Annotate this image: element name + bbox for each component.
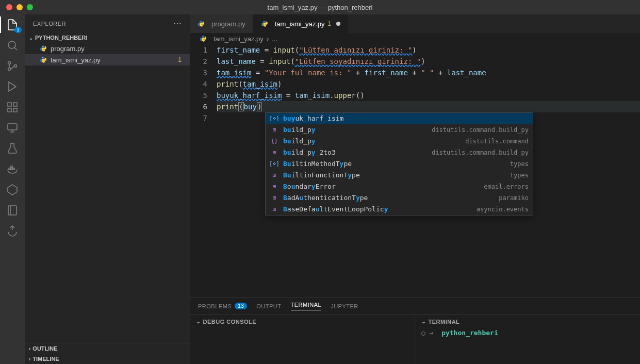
file-item[interactable]: program.py — [25, 43, 190, 54]
explorer-badge: 1 — [14, 27, 22, 33]
testing-icon[interactable] — [6, 142, 19, 155]
suggestion-kind-icon: ⊞ — [270, 125, 279, 135]
explorer-icon[interactable]: 1 — [6, 19, 19, 31]
maximize-window[interactable] — [27, 4, 33, 10]
more-actions-icon[interactable]: ⋯ — [173, 19, 182, 28]
python-file-icon — [197, 20, 205, 28]
code-lines[interactable]: first_name = input("Lütfen adınızı girin… — [217, 44, 640, 297]
suggestion-label: BadAuthenticationType — [283, 192, 368, 204]
terminal-pane[interactable]: ⌄TERMINAL ○ → python_rehberi — [415, 315, 640, 364]
remote-icon[interactable] — [6, 122, 19, 134]
window-controls — [6, 4, 33, 10]
minimize-window[interactable] — [17, 4, 23, 10]
svg-point-3 — [14, 65, 17, 68]
problems-tab[interactable]: PROBLEMS13 — [198, 302, 247, 310]
intellisense-item[interactable]: ⊞build_pydistutils.command.build_py — [266, 124, 533, 136]
python-file-icon — [39, 44, 47, 53]
svg-marker-13 — [8, 185, 17, 195]
breadcrumb[interactable]: tam_ismi_yaz.py › ... — [190, 33, 640, 44]
suggestion-kind-icon: ⊞ — [270, 171, 279, 180]
python-file-icon — [260, 20, 269, 28]
intellisense-item[interactable]: ⊞BuiltinFunctionTypetypes — [266, 170, 533, 181]
suggestion-label: build_py_2to3 — [283, 147, 336, 158]
breadcrumb-rest: ... — [272, 35, 277, 43]
intellisense-item[interactable]: [⋄]BuiltinMethodTypetypes — [266, 158, 533, 170]
svg-point-17 — [42, 57, 43, 58]
extensions-icon[interactable] — [6, 101, 19, 113]
jupyter-tab[interactable]: JUPYTER — [331, 302, 358, 310]
outline-section[interactable]: ›OUTLINE — [25, 343, 190, 354]
svg-rect-9 — [9, 168, 10, 170]
project-section[interactable]: ⌄PYTHON_REHBERI — [25, 32, 190, 43]
file-badge: 1 — [178, 56, 186, 63]
svg-point-2 — [8, 68, 11, 71]
titlebar: tam_ismi_yaz.py — python_rehberi — [0, 0, 640, 14]
suggestion-detail: types — [510, 158, 529, 170]
svg-rect-12 — [11, 166, 12, 168]
intellisense-item[interactable]: ⊞build_py_2to3distutils.command.build_py — [266, 147, 533, 158]
python-file-icon — [39, 56, 47, 64]
output-tab[interactable]: OUTPUT — [256, 302, 281, 310]
suggestion-label: BaseDefaultEventLoopPolicy — [283, 204, 388, 215]
intellisense-item[interactable]: ⊞BaseDefaultEventLoopPolicyasyncio.event… — [266, 204, 533, 215]
suggestion-kind-icon: [⋄] — [270, 114, 279, 123]
svg-rect-14 — [8, 206, 17, 215]
intellisense-item[interactable]: ⊞BadAuthenticationTypeparamiko — [266, 192, 533, 204]
intellisense-item[interactable]: [⋄]buyuk_harf_isim — [266, 113, 533, 124]
editor-tab[interactable]: program.py — [190, 14, 253, 33]
run-debug-icon[interactable] — [6, 80, 19, 93]
svg-point-18 — [44, 62, 44, 62]
search-icon[interactable] — [6, 39, 19, 52]
source-control-icon[interactable] — [6, 60, 19, 72]
intellisense-popup[interactable]: [⋄]buyuk_harf_isim⊞build_pydistutils.com… — [265, 112, 533, 216]
svg-point-16 — [44, 51, 44, 51]
intellisense-item[interactable]: {}build_pydistutils.command — [266, 136, 533, 147]
editor-area: program.py tam_ismi_yaz.py 1 tam_ismi_ya… — [190, 14, 640, 364]
sidebar: EXPLORER ⋯ ⌄PYTHON_REHBERI program.py ta… — [25, 14, 190, 364]
docker-icon[interactable] — [6, 163, 19, 175]
panel-tabs: PROBLEMS13 OUTPUT TERMINAL JUPYTER — [190, 297, 640, 315]
tab-badge: 1 — [328, 20, 332, 27]
svg-point-15 — [42, 46, 43, 46]
code-editor[interactable]: 1234567 first_name = input("Lütfen adını… — [190, 44, 640, 297]
problems-badge: 13 — [235, 303, 247, 309]
svg-rect-10 — [11, 168, 12, 170]
sidebar-header: EXPLORER ⋯ — [25, 14, 190, 32]
dirty-indicator-icon — [336, 22, 340, 26]
terminal-tab[interactable]: TERMINAL — [291, 302, 322, 310]
file-name: program.py — [51, 45, 85, 53]
editor-tabs: program.py tam_ismi_yaz.py 1 — [190, 14, 640, 33]
tab-label: tam_ismi_yaz.py — [275, 20, 325, 28]
live-share-icon[interactable] — [6, 225, 19, 237]
file-name: tam_ismi_yaz.py — [51, 56, 101, 64]
suggestion-detail: paramiko — [499, 192, 529, 204]
suggestion-label: build_py — [283, 136, 316, 147]
suggestion-label: BuiltinFunctionType — [283, 170, 360, 181]
suggestion-kind-icon: ⊞ — [270, 148, 279, 157]
tab-label: program.py — [211, 20, 245, 28]
debug-console-pane[interactable]: ⌄DEBUG CONSOLE — [190, 315, 415, 364]
svg-point-1 — [8, 62, 11, 64]
suggestion-kind-icon: {} — [270, 137, 279, 146]
kubernetes-icon[interactable] — [6, 184, 19, 196]
suggestion-detail: email.errors — [484, 181, 529, 192]
svg-rect-4 — [8, 103, 11, 106]
suggestion-label: build_py — [283, 124, 316, 136]
editor-tab[interactable]: tam_ismi_yaz.py 1 — [253, 14, 349, 33]
suggestion-kind-icon: [⋄] — [270, 159, 279, 169]
window-title: tam_ismi_yaz.py — python_rehberi — [268, 4, 373, 11]
svg-point-0 — [8, 41, 15, 48]
intellisense-item[interactable]: ⊞BoundaryErroremail.errors — [266, 181, 533, 192]
svg-rect-8 — [8, 124, 17, 130]
suggestion-kind-icon: ⊞ — [270, 205, 279, 214]
suggestion-detail: distutils.command.build_py — [432, 147, 529, 158]
suggestion-detail: asyncio.events — [477, 204, 529, 215]
bookmarks-icon[interactable] — [6, 204, 19, 217]
svg-rect-5 — [13, 103, 17, 106]
file-item[interactable]: tam_ismi_yaz.py 1 — [25, 54, 190, 65]
suggestion-detail: distutils.command — [465, 136, 529, 147]
timeline-section[interactable]: ›TIMELINE — [25, 354, 190, 364]
close-window[interactable] — [6, 4, 12, 10]
suggestion-kind-icon: ⊞ — [270, 182, 279, 191]
python-file-icon — [199, 35, 207, 43]
